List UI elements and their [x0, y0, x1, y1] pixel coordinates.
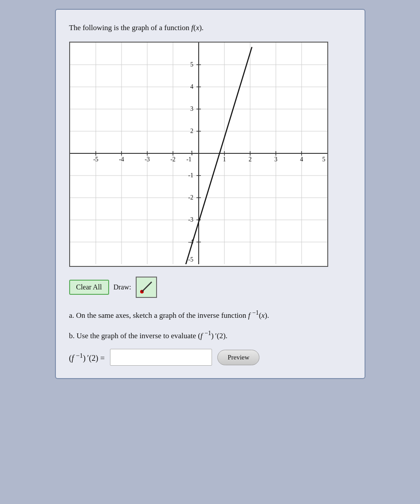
svg-text:3: 3: [190, 105, 193, 112]
svg-text:5: 5: [322, 156, 325, 163]
svg-text:-5: -5: [188, 256, 193, 263]
svg-text:4: 4: [190, 83, 193, 90]
svg-text:-1: -1: [188, 172, 193, 179]
svg-text:2: 2: [248, 156, 251, 163]
svg-text:-3: -3: [145, 156, 150, 163]
svg-line-57: [142, 282, 152, 292]
answer-label: (f −1) ′(2) =: [69, 352, 105, 363]
answer-row: (f −1) ′(2) = Preview: [69, 349, 351, 366]
part-b-text: b. Use the graph of the inverse to evalu…: [69, 328, 351, 342]
svg-text:-1: -1: [186, 156, 192, 163]
svg-text:3: 3: [274, 156, 277, 163]
draw-tool-icon[interactable]: [136, 277, 157, 298]
svg-text:-3: -3: [188, 216, 193, 223]
main-card: The following is the graph of a function…: [55, 9, 365, 379]
graph-container: -5 -4 -3 -2 -1 1 2 3 4 5 5 4 3 2 1 -1 -2…: [69, 42, 328, 267]
svg-text:1: 1: [223, 156, 226, 163]
problem-intro: The following is the graph of a function…: [69, 22, 351, 34]
clear-all-button[interactable]: Clear All: [69, 280, 109, 295]
svg-text:2: 2: [190, 128, 193, 134]
svg-text:4: 4: [300, 156, 303, 163]
svg-text:-2: -2: [188, 194, 193, 201]
svg-text:-2: -2: [170, 156, 176, 163]
svg-text:1: 1: [190, 150, 193, 156]
answer-input[interactable]: [110, 349, 212, 366]
svg-text:-4: -4: [119, 156, 124, 163]
part-a-text: a. On the same axes, sketch a graph of t…: [69, 308, 351, 321]
coordinate-graph: -5 -4 -3 -2 -1 1 2 3 4 5 5 4 3 2 1 -1 -2…: [70, 43, 327, 264]
svg-text:-5: -5: [93, 156, 98, 163]
draw-label: Draw:: [114, 283, 131, 291]
svg-text:5: 5: [190, 61, 193, 68]
preview-button[interactable]: Preview: [217, 350, 259, 365]
controls-row: Clear All Draw:: [69, 277, 351, 298]
